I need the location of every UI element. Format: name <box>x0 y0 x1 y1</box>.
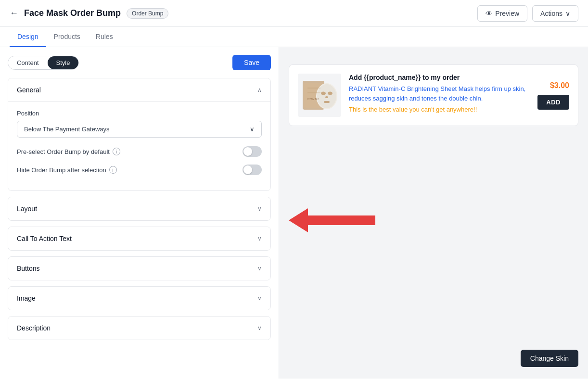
image-title: Image <box>17 294 36 302</box>
buttons-accordion-header[interactable]: Buttons ∨ <box>8 257 270 280</box>
product-title: Add {{product_name}} to my order <box>349 74 530 81</box>
product-image-svg: VITAMIN C <box>300 76 339 114</box>
general-chevron-up-icon: ∧ <box>257 87 262 93</box>
arrow-svg <box>289 206 375 235</box>
preview-label: Preview <box>495 10 519 17</box>
tab-design[interactable]: Design <box>10 27 46 47</box>
hide-info-icon[interactable]: i <box>109 166 117 174</box>
product-price: $3.00 <box>550 81 569 90</box>
general-title: General <box>17 86 41 94</box>
position-dropdown[interactable]: Below The Payment Gateways ∨ <box>17 121 262 138</box>
actions-button[interactable]: Actions ∨ <box>532 5 578 22</box>
buttons-accordion: Buttons ∨ <box>8 256 271 280</box>
general-accordion: General ∧ Position Below The Payment Gat… <box>8 78 271 191</box>
product-image: VITAMIN C <box>298 74 341 117</box>
general-accordion-body: Position Below The Payment Gateways ∨ Pr… <box>8 101 270 190</box>
position-value: Below The Payment Gateways <box>24 126 110 133</box>
red-arrow <box>289 206 375 236</box>
pre-select-toggle-row: Pre-select Order Bump by default i <box>17 146 262 157</box>
pre-select-info-icon[interactable]: i <box>113 148 120 155</box>
back-button[interactable]: ← <box>10 8 18 18</box>
page-title: Face Mask Order Bump <box>24 8 121 18</box>
order-bump-badge: Order Bump <box>127 8 168 19</box>
actions-label: Actions <box>540 10 562 17</box>
product-action: $3.00 ADD <box>537 74 569 117</box>
description-accordion: Description ∨ <box>8 316 271 340</box>
pre-select-slider <box>243 146 262 157</box>
image-accordion-header[interactable]: Image ∨ <box>8 287 270 310</box>
description-chevron-icon: ∨ <box>257 325 262 331</box>
image-accordion: Image ∨ <box>8 286 271 310</box>
layout-chevron-icon: ∨ <box>257 205 262 212</box>
tab-rules[interactable]: Rules <box>88 27 121 47</box>
product-tagline: This is the best value you can't get any… <box>349 106 530 113</box>
product-info: Add {{product_name}} to my order RADIANT… <box>349 74 530 117</box>
cta-accordion: Call To Action Text ∨ <box>8 227 271 251</box>
right-panel: VITAMIN C Add {{product_name}} to my ord… <box>279 47 588 379</box>
svg-point-5 <box>328 92 332 95</box>
layout-title: Layout <box>17 205 37 213</box>
content-toggle-option[interactable]: Content <box>8 56 48 69</box>
toggle-bar: Content Style Save <box>8 55 271 70</box>
description-accordion-header[interactable]: Description ∨ <box>8 317 270 340</box>
description-title: Description <box>17 324 51 332</box>
content-style-toggle: Content Style <box>8 56 79 70</box>
buttons-title: Buttons <box>17 265 39 272</box>
product-description: RADIANT Vitamin-C Brightening Sheet Mask… <box>349 84 530 103</box>
chevron-down-icon: ∨ <box>565 10 570 17</box>
header: ← Face Mask Order Bump Order Bump 👁 Prev… <box>0 0 588 27</box>
dropdown-chevron-icon: ∨ <box>250 126 255 133</box>
header-right: 👁 Preview Actions ∨ <box>477 5 578 22</box>
buttons-chevron-icon: ∨ <box>257 265 262 272</box>
content-area: Content Style Save General ∧ Position Be… <box>0 47 588 379</box>
change-skin-button[interactable]: Change Skin <box>521 350 578 367</box>
header-left: ← Face Mask Order Bump Order Bump <box>10 8 477 19</box>
tabs-bar: Design Products Rules <box>0 27 588 47</box>
add-button[interactable]: ADD <box>537 95 569 110</box>
cta-title: Call To Action Text <box>17 235 72 242</box>
image-chevron-icon: ∨ <box>257 295 262 302</box>
svg-rect-7 <box>324 101 330 103</box>
hide-toggle-row: Hide Order Bump after selection i <box>17 165 262 175</box>
svg-marker-11 <box>289 208 375 232</box>
hide-label: Hide Order Bump after selection i <box>17 166 117 174</box>
layout-accordion: Layout ∨ <box>8 197 271 221</box>
svg-point-6 <box>325 96 328 98</box>
save-button[interactable]: Save <box>232 55 271 70</box>
position-label: Position <box>17 110 262 117</box>
preview-button[interactable]: 👁 Preview <box>477 5 527 22</box>
layout-accordion-header[interactable]: Layout ∨ <box>8 197 270 220</box>
pre-select-switch[interactable] <box>243 146 262 157</box>
hide-slider <box>243 165 262 175</box>
general-accordion-header[interactable]: General ∧ <box>8 78 270 101</box>
eye-icon: 👁 <box>486 10 492 17</box>
left-panel: Content Style Save General ∧ Position Be… <box>0 47 279 379</box>
cta-chevron-icon: ∨ <box>257 235 262 242</box>
cta-accordion-header[interactable]: Call To Action Text ∨ <box>8 227 270 250</box>
svg-point-4 <box>321 92 326 95</box>
hide-switch[interactable] <box>243 165 262 175</box>
pre-select-label: Pre-select Order Bump by default i <box>17 148 120 155</box>
product-card: VITAMIN C Add {{product_name}} to my ord… <box>289 64 578 126</box>
tab-products[interactable]: Products <box>46 27 88 47</box>
svg-text:VITAMIN C: VITAMIN C <box>307 98 320 101</box>
style-toggle-option[interactable]: Style <box>48 56 79 69</box>
